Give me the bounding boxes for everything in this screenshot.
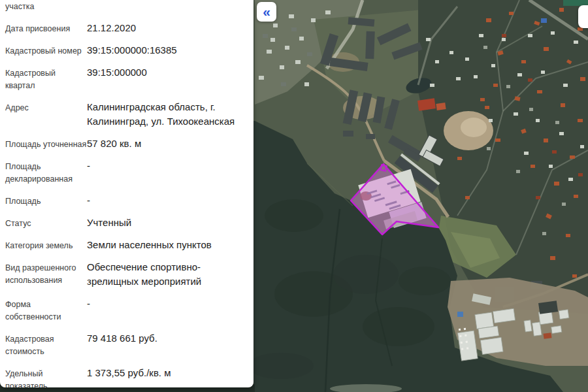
industrial-layer: [448, 278, 588, 366]
info-value: Учтенный: [87, 216, 246, 230]
info-value: Обеспечение спортивно-зрелищных мероприя…: [87, 260, 246, 289]
info-value: Земли населенных пунктов: [87, 238, 246, 252]
info-label: Форма собственности: [5, 297, 87, 323]
info-row: Удельный показатель кадастровой стоимост…: [5, 366, 246, 387]
parcel-info-panel: участка Дата присвоения 21.12.2020 Кадас…: [0, 0, 253, 387]
info-value: -: [87, 159, 246, 173]
info-value: -: [87, 193, 246, 208]
info-label: Статус: [5, 216, 87, 230]
info-value: 21.12.2020: [87, 21, 246, 35]
info-row: Вид разрешенного использования Обеспечен…: [5, 260, 246, 289]
parcel-attributes-list: Дата присвоения 21.12.2020 Кадастровый н…: [5, 21, 246, 387]
info-row: Кадастровый квартал 39:15:000000: [5, 65, 246, 92]
truncated-label-tail: участка: [5, 1, 246, 12]
info-row: Форма собственности -: [5, 297, 246, 323]
info-label: Категория земель: [5, 238, 87, 252]
info-value: 1 373,55 руб./кв. м: [87, 366, 246, 380]
app-window: « участка Дата присвоения 21.12.2020 Кад…: [0, 0, 588, 392]
info-label: Площадь: [5, 193, 87, 208]
info-value: 79 418 661 руб.: [87, 331, 246, 346]
info-value: Калининградская область, г. Калининград,…: [87, 100, 246, 129]
info-row: Кадастровая стоимость 79 418 661 руб.: [5, 331, 246, 358]
info-value: 57 820 кв. м: [87, 137, 246, 151]
double-chevron-left-icon: «: [263, 5, 270, 18]
info-label: Кадастровый квартал: [5, 65, 87, 92]
info-label: Адрес: [5, 100, 87, 114]
info-row: Категория земель Земли населенных пункто…: [5, 238, 246, 252]
info-row: Адрес Калининградская область, г. Калини…: [5, 100, 246, 129]
info-label: Площадь уточненная: [5, 137, 87, 151]
info-label: Удельный показатель кадастровой стоимост…: [5, 366, 87, 387]
info-row: Дата присвоения 21.12.2020: [5, 21, 246, 35]
info-row: Площадь -: [5, 193, 246, 208]
info-row: Площадь декларированная -: [5, 159, 246, 186]
info-label: Вид разрешенного использования: [5, 260, 87, 287]
info-row: Статус Учтенный: [5, 216, 246, 230]
info-label: Дата присвоения: [5, 21, 87, 35]
info-label: Площадь декларированная: [5, 159, 87, 186]
map-toolbar-button[interactable]: [578, 5, 588, 28]
info-value: 39:15:000000: [87, 65, 246, 80]
info-row: Площадь уточненная 57 820 кв. м: [5, 137, 246, 151]
collapse-panel-button[interactable]: «: [257, 2, 276, 22]
info-label: Кадастровый номер: [5, 43, 87, 57]
info-label: Кадастровая стоимость: [5, 331, 87, 358]
info-value: -: [87, 297, 246, 311]
info-value: 39:15:000000:16385: [87, 43, 246, 57]
info-row: Кадастровый номер 39:15:000000:16385: [5, 43, 246, 57]
